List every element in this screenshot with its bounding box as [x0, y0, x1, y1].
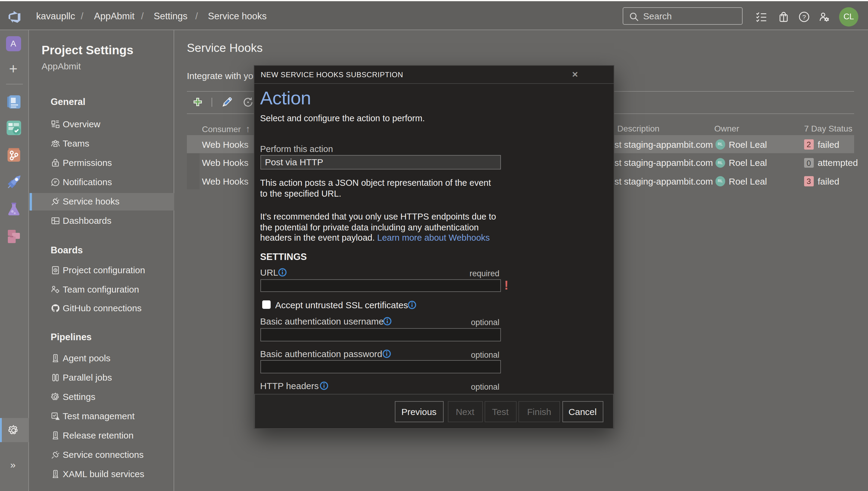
svg-text:?: ? — [802, 13, 806, 21]
